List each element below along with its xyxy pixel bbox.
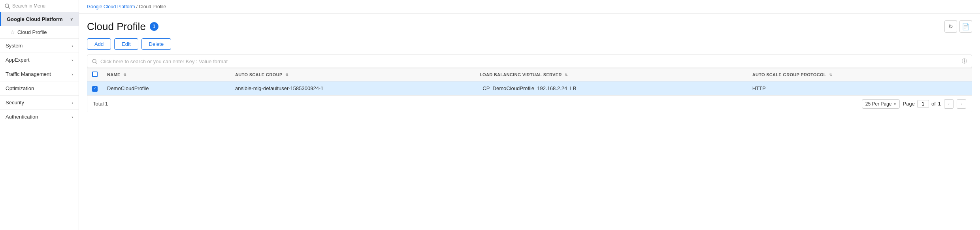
svg-line-1 xyxy=(8,7,10,9)
export-button[interactable]: 📄 xyxy=(959,20,972,33)
per-page-chevron: ∨ xyxy=(893,102,896,106)
table-footer: Total 1 25 Per Page ∨ Page of 1 ‹ › xyxy=(87,96,972,112)
row-checkbox[interactable] xyxy=(92,86,98,92)
sidebar-group-gcp: Google Cloud Platform ∨ ☆ Cloud Profile xyxy=(0,12,79,39)
chevron-right-icon: › xyxy=(72,100,73,105)
sidebar-item-authentication-label: Authentication xyxy=(6,114,38,120)
row-checkbox-cell xyxy=(87,81,102,96)
sidebar-item-cloud-profile[interactable]: ☆ Cloud Profile xyxy=(0,26,79,38)
sidebar-item-authentication[interactable]: Authentication › xyxy=(0,110,79,124)
data-table: NAME ⇅ AUTO SCALE GROUP ⇅ LOAD BALANCING… xyxy=(87,68,972,96)
page-title-area: Cloud Profile 1 xyxy=(87,21,158,33)
sidebar-search-placeholder: Search in Menu xyxy=(12,3,45,9)
star-icon: ☆ xyxy=(10,29,15,35)
edit-button[interactable]: Edit xyxy=(114,38,138,50)
per-page-selector[interactable]: 25 Per Page ∨ xyxy=(862,99,900,109)
sidebar-item-traffic-label: Traffic Management xyxy=(6,71,51,77)
sort-icon-asg: ⇅ xyxy=(285,73,288,77)
sidebar-item-system-label: System xyxy=(6,43,23,49)
sidebar-item-traffic-management[interactable]: Traffic Management › xyxy=(0,67,79,81)
sidebar-item-optimization-label: Optimization xyxy=(6,85,34,91)
sidebar-item-gcp-label: Google Cloud Platform xyxy=(7,16,63,22)
sort-icon-proto: ⇅ xyxy=(829,73,832,77)
table-header-row: NAME ⇅ AUTO SCALE GROUP ⇅ LOAD BALANCING… xyxy=(87,68,972,81)
row-asg-protocol: HTTP xyxy=(748,81,972,96)
col-header-auto-scale-group[interactable]: AUTO SCALE GROUP ⇅ xyxy=(230,68,475,81)
sort-icon-name: ⇅ xyxy=(123,73,126,77)
sidebar-item-appexpert-label: AppExpert xyxy=(6,57,30,63)
search-icon xyxy=(5,4,10,9)
col-header-asg-protocol[interactable]: AUTO SCALE GROUP PROTOCOL ⇅ xyxy=(748,68,972,81)
chevron-right-icon: › xyxy=(72,115,73,119)
chevron-right-icon: › xyxy=(72,43,73,48)
toolbar: Add Edit Delete xyxy=(87,38,972,50)
breadcrumb: Google Cloud Platform / Cloud Profile xyxy=(79,0,980,14)
search-bar[interactable]: Click here to search or you can enter Ke… xyxy=(87,55,972,68)
chevron-down-icon: ∨ xyxy=(70,17,73,22)
prev-page-button[interactable]: ‹ xyxy=(944,99,954,109)
page-header: Cloud Profile 1 ↻ 📄 xyxy=(87,20,972,33)
svg-line-3 xyxy=(96,62,97,64)
header-checkbox-cell xyxy=(87,68,102,81)
total-count: Total 1 xyxy=(93,101,108,107)
chevron-right-icon: › xyxy=(72,58,73,62)
page-number-input[interactable] xyxy=(917,100,929,108)
sidebar-search[interactable]: Search in Menu xyxy=(0,0,79,12)
table-row[interactable]: DemoCloudProfile ansible-mig-defaultuser… xyxy=(87,81,972,96)
header-actions: ↻ 📄 xyxy=(944,20,972,33)
main-content: Google Cloud Platform / Cloud Profile Cl… xyxy=(79,0,980,230)
sidebar-item-google-cloud-platform[interactable]: Google Cloud Platform ∨ xyxy=(0,12,79,26)
breadcrumb-current: Cloud Profile xyxy=(139,4,166,9)
page-info: Page of 1 xyxy=(903,100,941,108)
delete-button[interactable]: Delete xyxy=(141,38,172,50)
sidebar-item-security[interactable]: Security › xyxy=(0,96,79,110)
sidebar-child-label: Cloud Profile xyxy=(17,29,47,35)
sidebar-item-system[interactable]: System › xyxy=(0,39,79,53)
row-lb-virtual-server: _CP_DemoCloudProfile_192.168.2.24_LB_ xyxy=(475,81,748,96)
col-header-lb-virtual-server[interactable]: LOAD BALANCING VIRTUAL SERVER ⇅ xyxy=(475,68,748,81)
sidebar: Search in Menu Google Cloud Platform ∨ ☆… xyxy=(0,0,79,230)
refresh-button[interactable]: ↻ xyxy=(944,20,957,33)
row-name: DemoCloudProfile xyxy=(102,81,230,96)
chevron-right-icon: › xyxy=(72,72,73,77)
sort-icon-lb: ⇅ xyxy=(565,73,568,77)
next-page-button[interactable]: › xyxy=(957,99,966,109)
col-header-name[interactable]: NAME ⇅ xyxy=(102,68,230,81)
breadcrumb-parent[interactable]: Google Cloud Platform xyxy=(87,4,135,9)
sidebar-item-security-label: Security xyxy=(6,100,24,106)
header-checkbox[interactable] xyxy=(92,72,98,77)
refresh-icon: ↻ xyxy=(948,23,953,30)
page-title: Cloud Profile xyxy=(87,21,146,33)
sidebar-item-optimization[interactable]: Optimization xyxy=(0,81,79,96)
page-count-badge: 1 xyxy=(150,22,158,31)
export-icon: 📄 xyxy=(962,23,970,30)
sidebar-item-appexpert[interactable]: AppExpert › xyxy=(0,53,79,67)
table-container: NAME ⇅ AUTO SCALE GROUP ⇅ LOAD BALANCING… xyxy=(87,68,972,112)
info-icon[interactable]: ⓘ xyxy=(962,58,967,65)
add-button[interactable]: Add xyxy=(87,38,111,50)
pagination: 25 Per Page ∨ Page of 1 ‹ › xyxy=(862,99,966,109)
search-icon xyxy=(92,59,97,64)
content-area: Cloud Profile 1 ↻ 📄 Add Edit Delete xyxy=(79,14,980,230)
row-auto-scale-group: ansible-mig-defaultuser-1585300924-1 xyxy=(230,81,475,96)
search-placeholder: Click here to search or you can enter Ke… xyxy=(100,58,228,64)
